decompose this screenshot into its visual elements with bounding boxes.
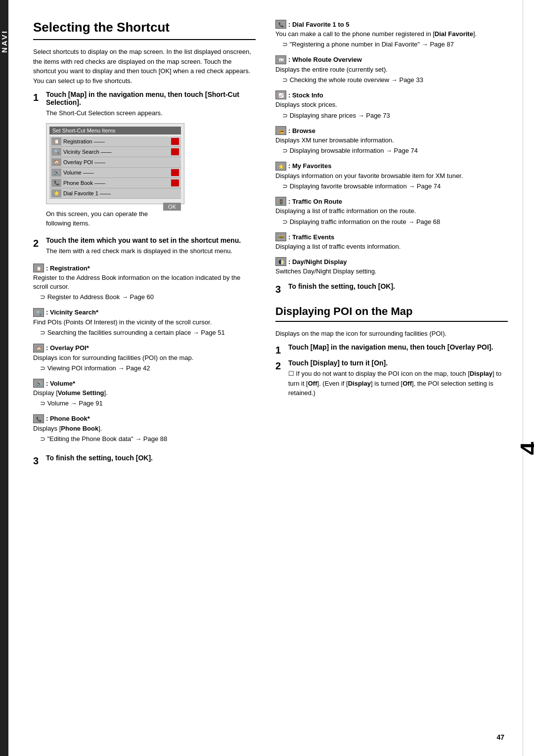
dial-favorite-desc: You can make a call to the phone number … <box>275 30 508 39</box>
whole-route-icon: 🗺 <box>275 55 286 64</box>
navi-side-tab: NAVI <box>0 0 8 756</box>
poi-step-1-content: Touch [Map] in the navigation menu, then… <box>288 343 508 351</box>
dial-icon-screen: ⭐ <box>51 189 61 197</box>
registration-icon: 📋 <box>51 137 61 145</box>
step-1-number: 1 <box>33 90 39 104</box>
my-favorites-desc: Displays information on your favorite br… <box>275 172 508 180</box>
vicinity-icon: 🔍 <box>51 148 61 156</box>
screen-row-registration: 📋 Registration —— <box>49 136 181 147</box>
chapter-number: 4 <box>517 400 534 496</box>
displaying-poi-title: Displaying POI on the Map <box>275 305 508 322</box>
step-1-desc: The Short-Cut Selection screen appears. <box>46 108 256 118</box>
selecting-shortcut-title: Selecting the Shortcut <box>33 20 256 40</box>
item-registration: 📋 : Registration* Register to the Addres… <box>33 264 256 302</box>
item-traffic-events: 🚧 : Traffic Events Displaying a list of … <box>275 232 508 251</box>
step-2-title: Touch the item which you want to set in … <box>46 236 256 244</box>
phone-book-header: 📞 : Phone Book* <box>33 414 256 423</box>
browse-header: 📻 : Browse <box>275 126 508 135</box>
step-2-number: 2 <box>33 236 39 250</box>
registration-ref: Register to Address Book → Page 60 <box>40 292 256 302</box>
registration-header: 📋 : Registration* <box>33 264 256 272</box>
poi-step-1-number: 1 <box>275 343 281 357</box>
volume-ref: Volume → Page 91 <box>40 399 256 408</box>
volume-icon-item: 🔊 <box>33 379 44 388</box>
phone-book-ref: "Editing the Phone Book data" → Page 88 <box>40 434 256 444</box>
navi-tab-label: NAVI <box>0 30 8 53</box>
overlay-icon: 🏠 <box>51 158 61 166</box>
phonebook-icon: 📞 <box>51 179 61 187</box>
traffic-events-header: 🚧 : Traffic Events <box>275 232 508 241</box>
poi-step-2-desc: ☐ If you do not want to display the POI … <box>288 369 508 398</box>
registration-desc: Register to the Address Book information… <box>33 273 256 291</box>
screen-row-volume: 🔊 Volume —— <box>49 168 181 178</box>
traffic-on-route-header: 🚦 : Traffic On Route <box>275 197 508 206</box>
step-2-desc: The item with a red check mark is displa… <box>46 246 256 256</box>
my-favorites-icon: ⭐ <box>275 162 286 171</box>
chapter-tab: 4 Modifying Map Configurations <box>523 0 534 756</box>
day-night-desc: Switches Day/Night Display setting. <box>275 267 508 276</box>
dial-favorite-header: 📞 : Dial Favorite 1 to 5 <box>275 20 508 29</box>
step-3-right-title: To finish the setting, touch [OK]. <box>288 282 508 290</box>
main-content: Selecting the Shortcut Select shortcuts … <box>8 0 523 756</box>
vicinity-desc: Find POIs (Points Of Interest) in the vi… <box>33 318 256 327</box>
page-container: NAVI Selecting the Shortcut Select short… <box>0 0 534 756</box>
screen-row-overlay: 🏠 Overlay POI —— <box>49 157 181 168</box>
traffic-events-desc: Displaying a list of traffic events info… <box>275 242 508 251</box>
volume-icon: 🔊 <box>51 169 61 177</box>
whole-route-ref: Checking the whole route overview → Page… <box>282 75 508 85</box>
step-1-title: Touch [Map] in the navigation menu, then… <box>46 90 256 106</box>
overlay-poi-desc: Displays icon for surrounding facilities… <box>33 354 256 362</box>
step-2: 2 Touch the item which you want to set i… <box>33 236 256 256</box>
screen-desc: On this screen, you can operate the foll… <box>46 209 256 228</box>
dial-favorite-ref: "Registering a phone number in Dial Favo… <box>282 40 508 49</box>
stock-info-header: 📈 : Stock Info <box>275 90 508 99</box>
screen-row-vicinity: 🔍 Vicinity Search —— <box>49 147 181 157</box>
item-browse: 📻 : Browse Displays XM tuner browsable i… <box>275 126 508 156</box>
item-volume: 🔊 : Volume* Display [Volume Setting]. Vo… <box>33 379 256 408</box>
screen-title: Set Short-Cut Menu Items <box>49 127 181 134</box>
item-day-night: 🌓 : Day/Night Display Switches Day/Night… <box>275 257 508 276</box>
step-3-right: 3 To finish the setting, touch [OK]. <box>275 282 508 290</box>
item-vicinity-search: 🔍 : Vicinity Search* Find POIs (Points O… <box>33 308 256 338</box>
poi-step-2-title: Touch [Display] to turn it [On]. <box>288 359 508 367</box>
vicinity-header: 🔍 : Vicinity Search* <box>33 308 256 317</box>
overlay-poi-ref: Viewing POI information → Page 42 <box>40 363 256 373</box>
ok-button-screen[interactable]: OK <box>163 203 181 211</box>
step-1: 1 Touch [Map] in the navigation menu, th… <box>33 90 256 228</box>
registration-check <box>171 138 179 145</box>
right-column: 📞 : Dial Favorite 1 to 5 You can make a … <box>270 20 508 736</box>
page-number: 47 <box>496 733 504 741</box>
poi-step-2: 2 Touch [Display] to turn it [On]. ☐ If … <box>275 359 508 398</box>
step-3-number: 3 <box>33 454 39 468</box>
shortcut-screen-mockup: Set Short-Cut Menu Items 📋 Registration … <box>46 123 184 204</box>
step-3: 3 To finish the setting, touch [OK]. <box>33 454 256 462</box>
day-night-header: 🌓 : Day/Night Display <box>275 257 508 266</box>
registration-icon-item: 📋 <box>33 264 44 272</box>
stock-info-icon: 📈 <box>275 90 286 99</box>
my-favorites-header: ⭐ : My Favorites <box>275 162 508 171</box>
phonebook-check <box>171 179 179 186</box>
traffic-events-icon: 🚧 <box>275 232 286 241</box>
step-3-content: To finish the setting, touch [OK]. <box>46 454 256 462</box>
traffic-on-route-icon: 🚦 <box>275 197 286 206</box>
stock-info-desc: Displays stock prices. <box>275 100 508 109</box>
day-night-icon: 🌓 <box>275 257 286 266</box>
left-column: Selecting the Shortcut Select shortcuts … <box>33 20 270 736</box>
traffic-on-route-ref: Displaying traffic information on the ro… <box>282 217 508 227</box>
item-phone-book: 📞 : Phone Book* Displays [Phone Book]. "… <box>33 414 256 444</box>
item-my-favorites: ⭐ : My Favorites Displays information on… <box>275 162 508 191</box>
poi-step-1: 1 Touch [Map] in the navigation menu, th… <box>275 343 508 351</box>
item-stock-info: 📈 : Stock Info Displays stock prices. Di… <box>275 90 508 120</box>
stock-info-ref: Displaying share prices → Page 73 <box>282 111 508 121</box>
item-dial-favorite: 📞 : Dial Favorite 1 to 5 You can make a … <box>275 20 508 49</box>
traffic-on-route-desc: Displaying a list of traffic information… <box>275 207 508 216</box>
poi-step-1-title: Touch [Map] in the navigation menu, then… <box>288 343 508 351</box>
browse-desc: Displays XM tuner browsable information. <box>275 136 508 145</box>
whole-route-header: 🗺 : Whole Route Overview <box>275 55 508 64</box>
dial-favorite-icon: 📞 <box>275 20 286 29</box>
whole-route-desc: Displays the entire route (currently set… <box>275 65 508 74</box>
screen-row-dial: ⭐ Dial Favorite 1 —— <box>49 188 181 199</box>
intro-text: Select shortcuts to display on the map s… <box>33 47 256 86</box>
volume-desc: Display [Volume Setting]. <box>33 389 256 398</box>
overlay-poi-header: 🏠 : Overlay POI* <box>33 344 256 353</box>
